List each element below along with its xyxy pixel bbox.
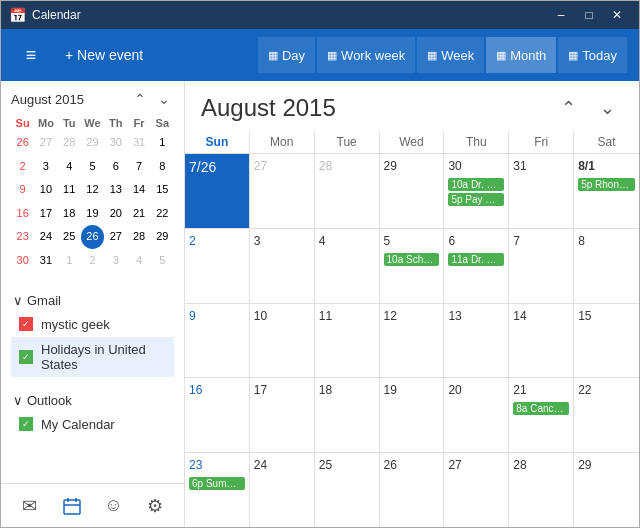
- mini-day[interactable]: 6: [104, 155, 127, 179]
- mini-day[interactable]: 25: [58, 225, 81, 249]
- mini-day[interactable]: 3: [34, 155, 57, 179]
- mini-day[interactable]: 22: [151, 202, 174, 226]
- mini-cal-next[interactable]: ⌄: [154, 89, 174, 109]
- month-cell-16[interactable]: 16: [185, 378, 250, 452]
- month-cell-19[interactable]: 19: [380, 378, 445, 452]
- month-cell-26[interactable]: 26: [380, 453, 445, 527]
- mini-day[interactable]: 27: [34, 131, 57, 155]
- month-cell-6[interactable]: 6 11a Dr. Go…: [444, 229, 509, 303]
- mini-day[interactable]: 29: [151, 225, 174, 249]
- mini-day[interactable]: 13: [104, 178, 127, 202]
- mini-day[interactable]: 19: [81, 202, 104, 226]
- people-button[interactable]: ☺: [95, 488, 131, 524]
- month-cell-4[interactable]: 4: [315, 229, 380, 303]
- mini-day[interactable]: 1: [58, 249, 81, 273]
- cal-prev-button[interactable]: ⌃: [553, 93, 584, 123]
- mini-day[interactable]: 5: [151, 249, 174, 273]
- month-cell-8[interactable]: 8: [574, 229, 639, 303]
- month-cell-11[interactable]: 11: [315, 304, 380, 378]
- my-calendar-checkbox[interactable]: [19, 417, 33, 431]
- event-chip[interactable]: 11a Dr. Go…: [448, 253, 504, 266]
- event-chip[interactable]: 10a Sche…: [384, 253, 440, 266]
- mini-day-today[interactable]: 26: [81, 225, 104, 249]
- month-cell-3[interactable]: 3: [250, 229, 315, 303]
- mini-day[interactable]: 26: [11, 131, 34, 155]
- month-cell-jul31[interactable]: 31: [509, 154, 574, 228]
- view-month-button[interactable]: ▦ Month: [486, 37, 556, 73]
- event-chip[interactable]: 5p Rhond…: [578, 178, 635, 191]
- month-cell-jul29[interactable]: 29: [380, 154, 445, 228]
- mini-day[interactable]: 14: [127, 178, 150, 202]
- mini-day[interactable]: 1: [151, 131, 174, 155]
- mini-day[interactable]: 4: [58, 155, 81, 179]
- calendar-button[interactable]: [54, 488, 90, 524]
- view-today-button[interactable]: ▦ Today: [558, 37, 627, 73]
- outlook-group-header[interactable]: ∨ Outlook: [11, 389, 174, 412]
- mini-day[interactable]: 2: [11, 155, 34, 179]
- month-cell-jul30[interactable]: 30 10a Dr. O… 5p Pay He…: [444, 154, 509, 228]
- month-cell-22[interactable]: 22: [574, 378, 639, 452]
- month-cell-7[interactable]: 7: [509, 229, 574, 303]
- month-cell-21[interactable]: 21 8a Cancel…: [509, 378, 574, 452]
- mini-day[interactable]: 30: [104, 131, 127, 155]
- view-week-button[interactable]: ▦ Week: [417, 37, 484, 73]
- holidays-item[interactable]: Holidays in United States: [11, 337, 174, 377]
- mini-cal-prev[interactable]: ⌃: [130, 89, 150, 109]
- event-chip[interactable]: 8a Cancel…: [513, 402, 569, 415]
- holidays-checkbox[interactable]: [19, 350, 33, 364]
- mystic-geek-item[interactable]: mystic geek: [11, 312, 174, 337]
- month-cell-2[interactable]: 2: [185, 229, 250, 303]
- month-cell-10[interactable]: 10: [250, 304, 315, 378]
- mini-day[interactable]: 31: [34, 249, 57, 273]
- mini-day[interactable]: 5: [81, 155, 104, 179]
- month-cell-5[interactable]: 5 10a Sche…: [380, 229, 445, 303]
- month-cell-jul27[interactable]: 27: [250, 154, 315, 228]
- mini-day[interactable]: 16: [11, 202, 34, 226]
- view-day-button[interactable]: ▦ Day: [258, 37, 315, 73]
- mystic-geek-checkbox[interactable]: [19, 317, 33, 331]
- mini-day[interactable]: 2: [81, 249, 104, 273]
- minimize-button[interactable]: –: [547, 1, 575, 29]
- month-cell-25[interactable]: 25: [315, 453, 380, 527]
- month-cell-jul28[interactable]: 28: [315, 154, 380, 228]
- mail-button[interactable]: ✉: [12, 488, 48, 524]
- mini-day[interactable]: 7: [127, 155, 150, 179]
- mini-day[interactable]: 4: [127, 249, 150, 273]
- new-event-button[interactable]: + New event: [53, 41, 155, 69]
- hamburger-button[interactable]: ≡: [13, 37, 49, 73]
- view-workweek-button[interactable]: ▦ Work week: [317, 37, 415, 73]
- mini-day[interactable]: 12: [81, 178, 104, 202]
- month-cell-23[interactable]: 23 6p Summ…: [185, 453, 250, 527]
- month-cell-18[interactable]: 18: [315, 378, 380, 452]
- mini-day[interactable]: 27: [104, 225, 127, 249]
- month-cell-28[interactable]: 28: [509, 453, 574, 527]
- mini-day[interactable]: 24: [34, 225, 57, 249]
- mini-day[interactable]: 18: [58, 202, 81, 226]
- month-cell-aug1[interactable]: 8/1 5p Rhond…: [574, 154, 639, 228]
- sidebar-scroll[interactable]: ∨ Gmail mystic geek Holidays in United S…: [1, 281, 184, 483]
- cal-next-button[interactable]: ⌄: [592, 93, 623, 123]
- month-cell-20[interactable]: 20: [444, 378, 509, 452]
- event-chip[interactable]: 5p Pay He…: [448, 193, 504, 206]
- mini-day[interactable]: 10: [34, 178, 57, 202]
- gmail-group-header[interactable]: ∨ Gmail: [11, 289, 174, 312]
- mini-day[interactable]: 8: [151, 155, 174, 179]
- month-cell-29[interactable]: 29: [574, 453, 639, 527]
- mini-day[interactable]: 30: [11, 249, 34, 273]
- mini-day[interactable]: 20: [104, 202, 127, 226]
- mini-day[interactable]: 23: [11, 225, 34, 249]
- mini-day[interactable]: 17: [34, 202, 57, 226]
- mini-day[interactable]: 31: [127, 131, 150, 155]
- month-cell-13[interactable]: 13: [444, 304, 509, 378]
- month-cell-17[interactable]: 17: [250, 378, 315, 452]
- mini-day[interactable]: 9: [11, 178, 34, 202]
- month-cell-27[interactable]: 27: [444, 453, 509, 527]
- month-cell-24[interactable]: 24: [250, 453, 315, 527]
- month-cell-9[interactable]: 9: [185, 304, 250, 378]
- mini-day[interactable]: 21: [127, 202, 150, 226]
- event-chip[interactable]: 10a Dr. O…: [448, 178, 504, 191]
- month-cell-15[interactable]: 15: [574, 304, 639, 378]
- maximize-button[interactable]: □: [575, 1, 603, 29]
- month-cell-14[interactable]: 14: [509, 304, 574, 378]
- mini-day[interactable]: 28: [58, 131, 81, 155]
